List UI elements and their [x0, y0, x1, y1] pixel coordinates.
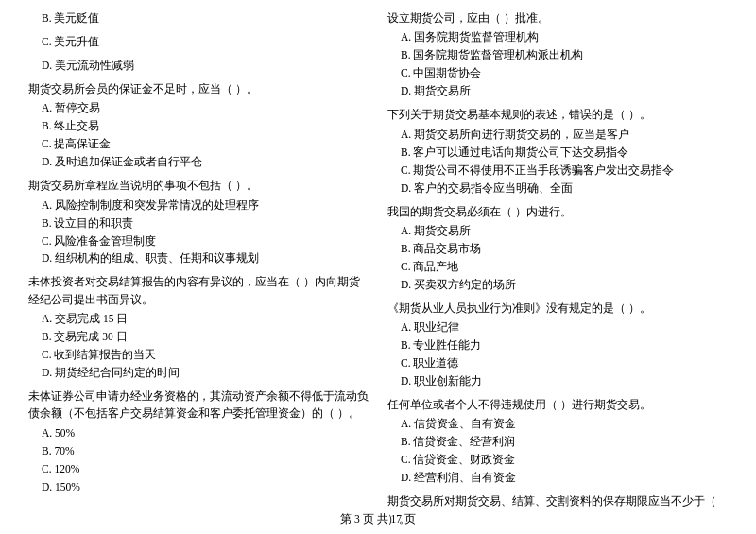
q25-option-a: A. 职业纪律 — [387, 319, 728, 336]
q19-option-c: C. 风险准备金管理制度 — [28, 233, 369, 250]
q23-option-b: B. 客户可以通过电话向期货公司下达交易指令 — [387, 144, 728, 162]
q26-option-c: C. 信贷资金、财政资金 — [387, 451, 728, 469]
question-22: 设立期货公司，应由（ ）批准。 A. 国务院期货监督管理机构 B. 国务院期货监… — [387, 9, 728, 100]
q24-option-a: A. 期货交易所 — [387, 222, 728, 240]
question-20: 未体投资者对交易结算报告的内容有异议的，应当在（ ）内向期货经纪公司提出书面异议… — [28, 273, 369, 382]
q26-option-d: D. 经营利润、自有资金 — [387, 469, 728, 487]
q20-option-d: D. 期货经纪合同约定的时间 — [28, 364, 369, 382]
q26-option-a: A. 信贷资金、自有资金 — [387, 415, 728, 433]
question-22-title: 设立期货公司，应由（ ）批准。 — [387, 9, 728, 26]
right-column: 设立期货公司，应由（ ）批准。 A. 国务院期货监督管理机构 B. 国务院期货监… — [387, 9, 728, 533]
q18-option-c: C. 提高保证金 — [28, 135, 369, 153]
content-columns: B. 美元贬值 C. 美元升值 D. 美元流动性减弱 期货交易所会员的保证金不足… — [28, 9, 728, 533]
q21-option-c: C. 120% — [28, 460, 369, 478]
option-d-liudong: D. 美元流动性减弱 — [28, 57, 369, 75]
q24-option-c: C. 商品产地 — [387, 258, 728, 276]
q25-option-d: D. 职业创新能力 — [387, 372, 728, 390]
page: B. 美元贬值 C. 美元升值 D. 美元流动性减弱 期货交易所会员的保证金不足… — [0, 0, 756, 534]
q20-option-b: B. 交易完成 30 日 — [28, 328, 369, 346]
question-19: 期货交易所章程应当说明的事项不包括（ ）。 A. 风险控制制度和突发异常情况的处… — [28, 177, 369, 267]
page-footer: 第 3 页 共 17 页 — [0, 512, 756, 526]
option-b-meizhang: B. 美元贬值 — [28, 9, 369, 27]
q21-option-b: B. 70% — [28, 442, 369, 460]
question-26-title: 任何单位或者个人不得违规使用（ ）进行期货交易。 — [387, 396, 728, 413]
q18-option-a: A. 暂停交易 — [28, 99, 369, 117]
q26-option-b: B. 信贷资金、经营利润 — [387, 433, 728, 451]
q22-option-b: B. 国务院期货监督管理机构派出机构 — [387, 46, 728, 64]
question-19-title: 期货交易所章程应当说明的事项不包括（ ）。 — [28, 177, 369, 194]
question-21-title: 未体证券公司申请办经业务资格的，其流动资产余额不得低于流动负债余额（不包括客户交… — [28, 388, 369, 422]
question-26: 任何单位或者个人不得违规使用（ ）进行期货交易。 A. 信贷资金、自有资金 B.… — [387, 396, 728, 487]
q21-option-a: A. 50% — [28, 424, 369, 442]
question-24-title: 我国的期货交易必须在（ ）内进行。 — [387, 203, 728, 220]
option-c-meisheng: C. 美元升值 — [28, 33, 369, 51]
q24-option-d: D. 买卖双方约定的场所 — [387, 276, 728, 294]
q20-option-c: C. 收到结算报告的当天 — [28, 346, 369, 364]
q20-option-a: A. 交易完成 15 日 — [28, 310, 369, 328]
question-23: 下列关于期货交易基本规则的表述，错误的是（ ）。 A. 期货交易所向进行期货交易… — [387, 106, 728, 197]
question-24: 我国的期货交易必须在（ ）内进行。 A. 期货交易所 B. 商品交易市场 C. … — [387, 203, 728, 294]
question-18-title: 期货交易所会员的保证金不足时，应当（ ）。 — [28, 80, 369, 97]
left-column: B. 美元贬值 C. 美元升值 D. 美元流动性减弱 期货交易所会员的保证金不足… — [28, 9, 369, 533]
q25-option-b: B. 专业胜任能力 — [387, 336, 728, 354]
q18-option-d: D. 及时追加保证金或者自行平仓 — [28, 153, 369, 171]
question-20-title: 未体投资者对交易结算报告的内容有异议的，应当在（ ）内向期货经纪公司提出书面异议… — [28, 273, 369, 308]
q19-option-d: D. 组织机构的组成、职责、任期和议事规划 — [28, 250, 369, 267]
option-text: C. 美元升值 — [28, 33, 369, 51]
q23-option-a: A. 期货交易所向进行期货交易的，应当是客户 — [387, 126, 728, 144]
q25-option-c: C. 职业道德 — [387, 354, 728, 372]
q22-option-d: D. 期货交易所 — [387, 82, 728, 100]
q24-option-b: B. 商品交易市场 — [387, 240, 728, 258]
option-text: D. 美元流动性减弱 — [28, 57, 369, 75]
question-23-title: 下列关于期货交易基本规则的表述，错误的是（ ）。 — [387, 106, 728, 123]
option-text: B. 美元贬值 — [28, 9, 369, 27]
question-18: 期货交易所会员的保证金不足时，应当（ ）。 A. 暂停交易 B. 终止交易 C.… — [28, 80, 369, 171]
q19-option-b: B. 设立目的和职责 — [28, 215, 369, 233]
question-25: 《期货从业人员执业行为准则》没有规定的是（ ）。 A. 职业纪律 B. 专业胜任… — [387, 300, 728, 390]
q22-option-c: C. 中国期货协会 — [387, 64, 728, 82]
question-21: 未体证券公司申请办经业务资格的，其流动资产余额不得低于流动负债余额（不包括客户交… — [28, 388, 369, 496]
question-25-title: 《期货从业人员执业行为准则》没有规定的是（ ）。 — [387, 300, 728, 317]
q18-option-b: B. 终止交易 — [28, 117, 369, 135]
q19-option-a: A. 风险控制制度和突发异常情况的处理程序 — [28, 197, 369, 215]
page-number: 第 3 页 共 17 页 — [340, 513, 416, 525]
q23-option-d: D. 客户的交易指令应当明确、全面 — [387, 180, 728, 198]
q22-option-a: A. 国务院期货监督管理机构 — [387, 28, 728, 46]
q21-option-d: D. 150% — [28, 478, 369, 496]
q23-option-c: C. 期货公司不得使用不正当手段诱骗客户发出交易指令 — [387, 162, 728, 180]
